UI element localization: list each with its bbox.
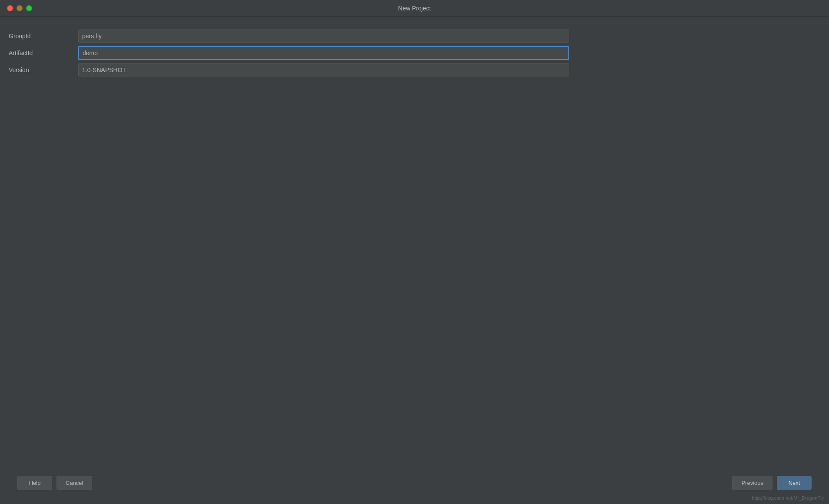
bottom-bar: Help Cancel Previous Next	[9, 471, 820, 495]
previous-button[interactable]: Previous	[732, 476, 773, 490]
help-button[interactable]: Help	[17, 476, 52, 490]
form-area: GroupId ArtifactId Version	[9, 30, 820, 80]
version-input[interactable]	[78, 63, 569, 76]
window: New Project GroupId ArtifactId Version H…	[0, 0, 829, 504]
group-id-row: GroupId	[9, 30, 820, 43]
group-id-label: GroupId	[9, 33, 78, 40]
maximize-button[interactable]	[26, 5, 32, 11]
minimize-button[interactable]	[17, 5, 23, 11]
artifact-id-input[interactable]	[78, 46, 569, 60]
artifact-id-label: ArtifactId	[9, 50, 78, 56]
traffic-lights	[7, 5, 32, 11]
window-title: New Project	[398, 5, 431, 12]
bottom-left-buttons: Help Cancel	[17, 476, 92, 490]
artifact-id-row: ArtifactId	[9, 46, 820, 60]
version-row: Version	[9, 63, 820, 76]
next-button[interactable]: Next	[777, 476, 812, 490]
group-id-input[interactable]	[78, 30, 569, 43]
version-label: Version	[9, 66, 78, 73]
bottom-right-buttons: Previous Next	[732, 476, 812, 490]
cancel-button[interactable]: Cancel	[56, 476, 92, 490]
watermark: http://blog.csdn.net/Mr_DragonFly	[752, 495, 824, 501]
title-bar: New Project	[0, 0, 829, 17]
close-button[interactable]	[7, 5, 13, 11]
content-area: GroupId ArtifactId Version Help Cancel P…	[0, 17, 829, 504]
